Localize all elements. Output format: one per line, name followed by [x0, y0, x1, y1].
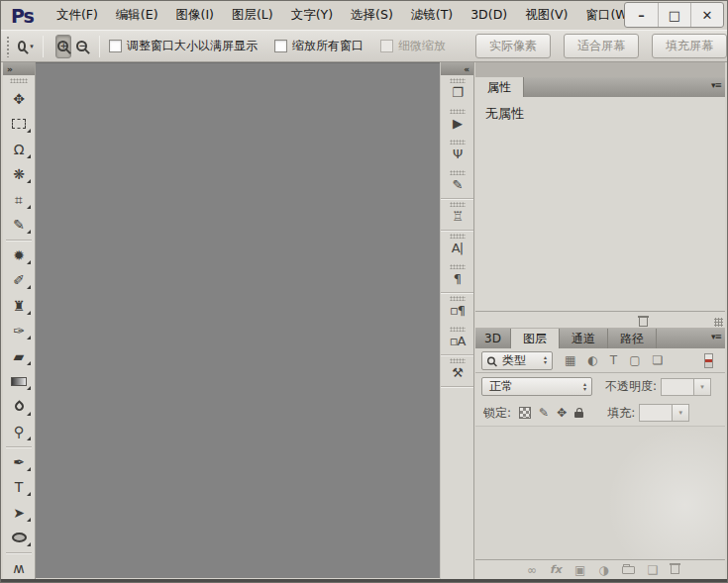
panel-menu-icon[interactable]: ▾≡ — [711, 333, 721, 341]
lock-position-icon[interactable]: ✥ — [557, 407, 567, 419]
filter-toggle-switch[interactable] — [704, 353, 713, 368]
clone-source-panel-icon[interactable]: ♖ — [441, 199, 473, 231]
zoom-in-button[interactable]: + — [55, 35, 71, 58]
blur-tool[interactable] — [3, 394, 35, 420]
tab-layers[interactable]: 图层 — [511, 329, 560, 348]
panel-grip[interactable] — [450, 202, 466, 207]
actual-pixels-button[interactable]: 实际像素 — [475, 34, 551, 58]
opacity-caret-icon[interactable]: ▾ — [694, 378, 711, 396]
delete-icon[interactable] — [639, 318, 648, 327]
fill-input[interactable] — [639, 404, 673, 422]
menu-filter[interactable]: 滤镜(T) — [402, 3, 462, 28]
tab-properties[interactable]: 属性 — [475, 77, 524, 97]
scrubby-zoom-checkbox-box[interactable] — [380, 40, 393, 52]
blend-mode-dropdown[interactable]: 正常 ▴▾ — [481, 377, 592, 396]
dodge-tool[interactable]: ⚲ — [3, 420, 35, 445]
options-bar-grip[interactable] — [6, 36, 9, 57]
brush-tool[interactable]: ✐ — [3, 268, 35, 294]
menu-edit[interactable]: 编辑(E) — [107, 3, 167, 28]
new-adjustment-layer-icon[interactable]: ◑ — [598, 564, 608, 576]
fill-screen-button[interactable]: 填充屏幕 — [652, 34, 727, 58]
expand-dock-icon[interactable]: « — [464, 64, 469, 74]
crop-tool[interactable]: ⌗ — [3, 187, 35, 213]
eyedropper-tool[interactable]: ✎ — [3, 213, 35, 239]
layer-style-icon[interactable]: fx — [550, 564, 562, 575]
menu-layer[interactable]: 图层(L) — [223, 3, 282, 28]
panel-grip[interactable] — [450, 358, 466, 363]
add-layer-mask-icon[interactable]: ▣ — [574, 564, 585, 576]
panel-grip[interactable] — [450, 109, 466, 114]
type-tool[interactable]: T — [3, 475, 35, 501]
filter-type-layers-icon[interactable]: T — [610, 354, 617, 366]
path-selection-tool[interactable]: ➤ — [3, 500, 35, 526]
zoom-out-button[interactable]: − — [74, 35, 90, 58]
tools-panel-header[interactable]: » — [3, 62, 35, 75]
resize-windows-to-fit-checkbox[interactable]: 调整窗口大小以满屏显示 — [109, 38, 258, 54]
lasso-tool[interactable]: Ω — [3, 137, 35, 162]
rectangular-marquee-tool[interactable] — [3, 112, 35, 138]
move-tool[interactable]: ✥ — [3, 86, 35, 112]
collapse-tools-icon[interactable]: » — [7, 64, 13, 74]
ellipse-tool[interactable] — [3, 526, 35, 551]
tab-channels[interactable]: 通道 — [560, 329, 608, 348]
minimize-button[interactable]: – — [625, 3, 658, 27]
hand-tool[interactable]: ʍ — [3, 555, 35, 579]
tools-panel-grip[interactable] — [10, 78, 28, 83]
character-styles-panel-icon[interactable]: ▫A — [441, 324, 473, 355]
brush-presets-panel-icon[interactable]: Ψ — [441, 137, 473, 167]
panel-grip[interactable] — [450, 264, 466, 269]
filter-adjustment-layers-icon[interactable]: ◐ — [587, 354, 597, 366]
history-brush-tool[interactable]: ✑ — [3, 319, 35, 344]
zoom-all-windows-checkbox[interactable]: 缩放所有窗口 — [274, 38, 364, 54]
scrubby-zoom-checkbox[interactable]: 细微缩放 — [380, 38, 446, 54]
character-panel-icon[interactable]: A| — [441, 231, 473, 261]
opacity-input[interactable] — [661, 378, 694, 396]
filter-shape-layers-icon[interactable]: ▢ — [629, 354, 640, 366]
filter-pixel-layers-icon[interactable]: ▦ — [565, 354, 575, 366]
menu-file[interactable]: 文件(F) — [48, 3, 107, 28]
filter-type-dropdown[interactable]: 类型 ▴▾ — [481, 351, 553, 370]
lock-pixels-icon[interactable]: ✎ — [539, 407, 549, 419]
lock-all-icon[interactable] — [574, 412, 583, 418]
tool-presets-panel-icon[interactable]: ⚒ — [441, 355, 473, 387]
panel-grip[interactable] — [450, 170, 466, 175]
menu-type[interactable]: 文字(Y) — [282, 3, 342, 28]
paragraph-panel-icon[interactable]: ¶ — [441, 261, 473, 293]
menu-3d[interactable]: 3D(D) — [462, 3, 516, 28]
tab-3d[interactable]: 3D — [475, 329, 511, 348]
dock-header[interactable]: « — [441, 62, 473, 75]
actions-panel-icon[interactable]: ▶ — [441, 106, 473, 137]
lock-transparency-icon[interactable] — [519, 407, 531, 419]
panel-grip[interactable] — [450, 296, 466, 301]
layers-list-area[interactable] — [475, 427, 725, 559]
zoom-tool-icon[interactable] — [18, 41, 26, 51]
paragraph-styles-panel-icon[interactable]: ▫¶ — [441, 293, 473, 324]
panel-menu-icon[interactable]: ▾≡ — [711, 81, 721, 90]
menu-image[interactable]: 图像(I) — [167, 3, 223, 28]
new-group-icon[interactable] — [622, 566, 635, 574]
resize-windows-to-fit-checkbox-box[interactable] — [109, 40, 122, 52]
panel-grip[interactable] — [450, 140, 466, 145]
gradient-tool[interactable] — [3, 369, 35, 395]
spot-healing-brush-tool[interactable]: ✹ — [3, 243, 35, 268]
panel-grip[interactable] — [450, 78, 466, 83]
pen-tool[interactable]: ✒ — [3, 449, 35, 475]
panel-resize-grip[interactable] — [714, 318, 723, 327]
brush-panel-icon[interactable]: ✎ — [441, 167, 473, 199]
tab-paths[interactable]: 路径 — [608, 329, 657, 348]
link-layers-icon[interactable]: ∞ — [527, 564, 537, 576]
maximize-button[interactable]: □ — [658, 3, 690, 27]
tool-preset-caret-icon[interactable]: ▾ — [30, 43, 34, 50]
clone-stamp-tool[interactable]: ♜ — [3, 293, 35, 319]
canvas-work-area[interactable] — [36, 62, 440, 578]
fit-screen-button[interactable]: 适合屏幕 — [564, 34, 639, 58]
close-button[interactable]: ✕ — [690, 3, 723, 27]
delete-layer-icon[interactable] — [671, 565, 679, 574]
fill-caret-icon[interactable]: ▾ — [673, 404, 689, 422]
menu-view[interactable]: 视图(V) — [516, 3, 576, 28]
history-panel-icon[interactable]: ❐ — [441, 75, 473, 106]
new-layer-icon[interactable]: ❑ — [648, 564, 659, 576]
panel-grip[interactable] — [450, 234, 466, 239]
zoom-all-windows-checkbox-box[interactable] — [274, 40, 287, 52]
eraser-tool[interactable]: ▰ — [3, 343, 35, 369]
